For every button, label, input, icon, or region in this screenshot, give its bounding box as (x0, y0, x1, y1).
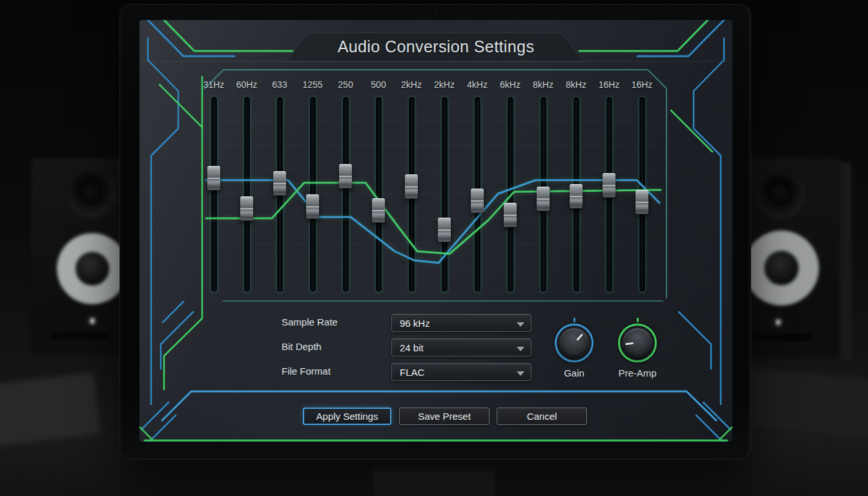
eq-slider-handle[interactable] (537, 187, 550, 211)
page-title: Audio Conversion Settings (140, 37, 732, 56)
webcam-icon (434, 8, 437, 11)
eq-band-label: 60Hz (231, 79, 263, 92)
eq-band-label: 16Hz (626, 79, 658, 92)
eq-band-label: 31Hz (198, 79, 230, 92)
right-speaker (749, 158, 841, 357)
eq-band-label: 4kHz (461, 79, 493, 92)
setting-row-file-format: File Format FLAC (282, 363, 540, 381)
eq-band-label: 2kHz (395, 79, 428, 92)
eq-slider-handle[interactable] (570, 184, 583, 209)
eq-slider-track[interactable] (243, 96, 251, 293)
eq-slider-handle[interactable] (504, 203, 517, 227)
bit-depth-dropdown[interactable]: 24 bit (391, 338, 532, 356)
eq-band: 250 (329, 79, 362, 312)
eq-band-label: 250 (329, 79, 362, 92)
chevron-down-icon (517, 347, 524, 351)
knob-pointer-icon (576, 333, 583, 341)
eq-slider-track[interactable] (211, 96, 218, 293)
bit-depth-value: 24 bit (400, 342, 424, 353)
chevron-down-icon (517, 371, 524, 376)
eq-band: 633 (264, 79, 296, 312)
sample-rate-dropdown[interactable]: 96 kHz (391, 314, 532, 332)
eq-slider-handle[interactable] (339, 164, 352, 189)
eq-slider-track[interactable] (375, 96, 382, 293)
eq-band: 31Hz (198, 79, 230, 312)
cancel-button[interactable]: Cancel (497, 408, 587, 425)
eq-band: 8kHz (560, 79, 592, 312)
eq-band-label: 500 (362, 79, 395, 92)
eq-band: 16Hz (626, 79, 658, 312)
eq-band: 1255 (296, 79, 329, 312)
speaker-woofer (744, 231, 819, 305)
speaker-led (90, 318, 94, 324)
desk-left (0, 372, 101, 446)
file-format-dropdown[interactable]: FLAC (391, 363, 532, 381)
speaker-tweeter (757, 171, 806, 220)
eq-band-label: 633 (264, 79, 296, 92)
chevron-down-icon (517, 322, 524, 327)
save-preset-button[interactable]: Save Preset (399, 408, 490, 425)
eq-band: 6kHz (494, 79, 526, 312)
pre-amp-label: Pre-Amp (599, 367, 676, 378)
equalizer: 31Hz60Hz63312552505002kHz2kHz4kHz6kHz8kH… (140, 79, 732, 312)
file-format-label: File Format (282, 366, 331, 377)
gain-knob[interactable] (555, 324, 594, 362)
bit-depth-label: Bit Depth (282, 341, 322, 352)
knob-tick-icon (574, 318, 575, 322)
speaker-port (49, 333, 108, 340)
sample-rate-value: 96 kHz (400, 318, 430, 329)
eq-slider-handle[interactable] (207, 166, 220, 191)
speaker-woofer (57, 233, 128, 304)
eq-slider-handle[interactable] (471, 189, 484, 213)
eq-slider-track[interactable] (507, 96, 514, 293)
eq-band-label: 16Hz (593, 79, 625, 92)
speaker-tweeter (68, 170, 117, 219)
eq-band: 16Hz (593, 79, 625, 312)
eq-slider-handle[interactable] (438, 218, 451, 242)
knob-pointer-icon (625, 342, 634, 346)
knob-tick-icon (637, 318, 639, 322)
file-format-value: FLAC (400, 367, 424, 378)
eq-slider-track[interactable] (441, 96, 448, 293)
eq-band-label: 1255 (296, 79, 329, 92)
app-screen: Audio Conversion Settings 31Hz60Hz633125… (140, 20, 732, 442)
setting-row-bit-depth: Bit Depth 24 bit (282, 338, 540, 356)
setting-row-sample-rate: Sample Rate 96 kHz (282, 314, 540, 332)
eq-band: 500 (362, 79, 395, 312)
sample-rate-label: Sample Rate (282, 316, 338, 327)
eq-band: 60Hz (231, 79, 263, 312)
monitor-stand (373, 456, 495, 496)
eq-slider-handle[interactable] (306, 194, 319, 219)
eq-band: 2kHz (428, 79, 460, 312)
speaker-led (776, 320, 780, 325)
eq-band-label: 8kHz (560, 79, 592, 92)
eq-slider-track[interactable] (342, 96, 349, 293)
eq-band: 8kHz (527, 79, 559, 312)
eq-band-label: 8kHz (527, 79, 559, 92)
eq-slider-handle[interactable] (405, 174, 418, 199)
eq-band: 4kHz (461, 79, 493, 312)
eq-slider-handle[interactable] (372, 198, 385, 223)
eq-slider-handle[interactable] (603, 173, 615, 198)
knob-rotor (621, 326, 654, 359)
eq-band-label: 2kHz (428, 79, 460, 92)
desk-right (734, 367, 868, 438)
speaker-side-panel (840, 162, 851, 360)
knob-rotor (553, 322, 595, 364)
left-speaker (31, 158, 128, 353)
eq-slider-handle[interactable] (273, 171, 286, 196)
eq-band-label: 6kHz (494, 79, 526, 92)
eq-slider-handle[interactable] (636, 190, 648, 214)
monitor-bezel: Audio Conversion Settings 31Hz60Hz633125… (119, 4, 751, 460)
speaker-port (752, 334, 814, 342)
eq-band: 2kHz (395, 79, 428, 312)
apply-settings-button[interactable]: Apply Settings (303, 408, 391, 425)
eq-slider-handle[interactable] (240, 196, 253, 221)
pre-amp-knob[interactable] (618, 324, 657, 362)
